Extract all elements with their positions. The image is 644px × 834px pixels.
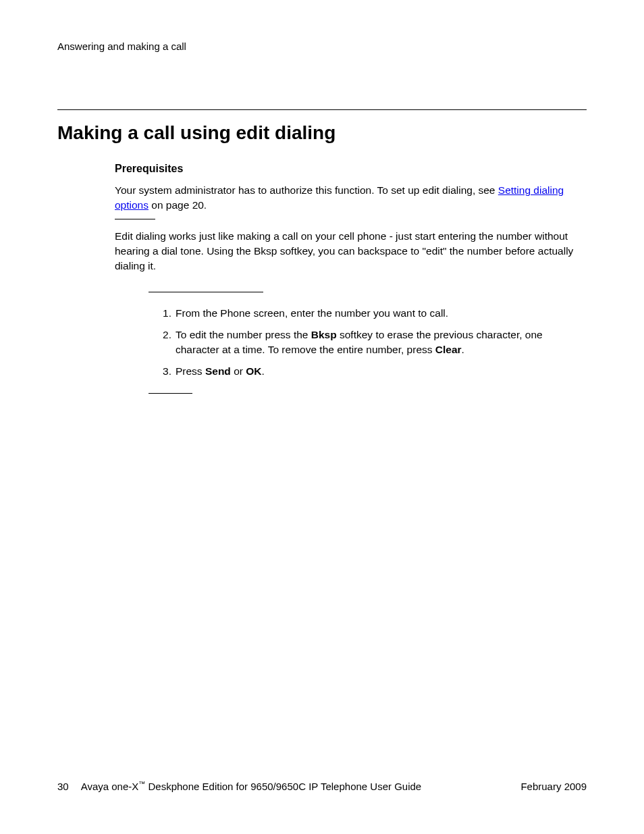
prereq-text-after: on page 20. xyxy=(149,199,207,211)
steps-divider-top xyxy=(149,292,263,292)
step-number: 2. xyxy=(157,328,171,357)
step-text: To edit the number press the Bksp softke… xyxy=(176,328,587,357)
step-item: 2.To edit the number press the Bksp soft… xyxy=(157,328,587,357)
prereq-text-before: Your system administrator has to authori… xyxy=(115,184,498,196)
step-bold-text: Send xyxy=(205,365,231,377)
step-plain-text: or xyxy=(231,365,246,377)
description-paragraph: Edit dialing works just like making a ca… xyxy=(115,229,587,273)
step-number: 3. xyxy=(157,364,171,379)
step-bold-text: Clear xyxy=(435,344,462,355)
trademark-symbol: ™ xyxy=(138,780,145,787)
short-divider xyxy=(115,219,155,219)
step-number: 1. xyxy=(157,306,171,321)
steps-list: 1.From the Phone screen, enter the numbe… xyxy=(157,306,587,378)
step-plain-text: . xyxy=(262,365,265,377)
footer-date: February 2009 xyxy=(520,781,587,792)
footer-left: 30 Avaya one-X™ Deskphone Edition for 96… xyxy=(57,780,421,792)
footer-title-part2: Deskphone Edition for 9650/9650C IP Tele… xyxy=(145,781,421,792)
header-breadcrumb: Answering and making a call xyxy=(57,41,587,52)
steps-divider-bottom xyxy=(149,393,192,394)
main-heading: Making a call using edit dialing xyxy=(57,122,587,144)
prerequisites-heading: Prerequisites xyxy=(115,163,587,175)
content-block: Prerequisites Your system administrator … xyxy=(115,163,587,394)
footer-title: Avaya one-X™ Deskphone Edition for 9650/… xyxy=(81,780,422,792)
page-number: 30 xyxy=(57,781,69,792)
step-item: 1.From the Phone screen, enter the numbe… xyxy=(157,306,587,321)
step-plain-text: Press xyxy=(176,365,205,377)
step-plain-text: . xyxy=(462,344,464,355)
step-plain-text: To edit the number press the xyxy=(176,329,311,340)
footer: 30 Avaya one-X™ Deskphone Edition for 96… xyxy=(57,780,587,792)
divider-top xyxy=(57,109,587,110)
step-plain-text: From the Phone screen, enter the number … xyxy=(176,307,448,319)
step-text: From the Phone screen, enter the number … xyxy=(176,306,587,321)
page-container: Answering and making a call Making a cal… xyxy=(0,0,644,834)
footer-title-part1: Avaya one-X xyxy=(81,781,139,792)
prerequisites-paragraph: Your system administrator has to authori… xyxy=(115,183,587,212)
step-bold-text: OK xyxy=(246,365,261,377)
step-bold-text: Bksp xyxy=(311,329,337,340)
step-item: 3.Press Send or OK. xyxy=(157,364,587,379)
step-text: Press Send or OK. xyxy=(176,364,587,379)
